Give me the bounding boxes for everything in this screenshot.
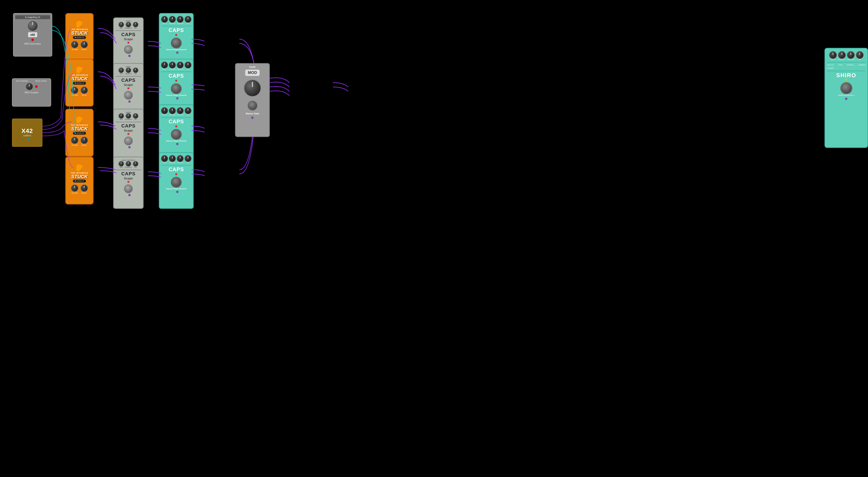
plate4-footswitch[interactable] [171,177,182,188]
stuck2-volume-knob[interactable] [71,87,78,94]
scape2-port-out [128,100,130,103]
plate1-mix-knob[interactable] [185,16,191,23]
plate2-mix-knob[interactable] [185,62,191,68]
scape3-bpm-label: BPM [120,119,123,120]
plate2-lowpass-label: LOWPASS [177,68,183,70]
stuck3-volume-knob[interactable] [71,136,78,144]
plate3-decay-label: DECAY [162,114,167,116]
shiro-brand: SHIRO [836,72,856,79]
shiro-footswitch[interactable] [840,82,852,94]
plate2-decay-knob[interactable] [161,62,168,68]
shiro-decay-label: DECAY [831,59,835,60]
stuck1-decay-knob[interactable] [81,41,88,48]
plate3-mix-knob[interactable] [185,107,191,114]
midi-sustain-knob[interactable] [26,83,33,90]
x42-module: X42 ost8free [12,119,42,147]
plate1-footswitch[interactable] [171,38,182,49]
scape4-footswitch[interactable] [124,185,133,193]
stuck4-decay-knob[interactable] [81,185,88,192]
scape3-footswitch[interactable] [124,136,133,145]
stuck1-volume-wrap: VOLUME [71,41,78,50]
scape4-bpm-label: BPM [120,167,123,168]
shiro-tone-label: TONE [838,64,842,66]
caps-scape-2: Eighths BPM FEEDBACK MIX CAPS Scape [113,63,144,115]
scape3-mix-knob[interactable] [133,113,138,119]
scape4-divider [116,170,141,170]
scape3-mix-label: MIX [134,119,137,120]
stereo-gain-footswitch[interactable] [248,101,257,110]
plate3-damping-label: DAMPING [169,114,175,116]
plate1-damping-knob[interactable] [169,16,176,23]
scape2-mix-knob[interactable] [133,67,138,73]
stuck4-volume-knob[interactable] [71,185,78,192]
scape2-bpm-knob[interactable] [118,67,124,73]
plate1-lowpass-knob[interactable] [177,16,184,23]
midi-generator-title: E-majorKey D [15,15,50,19]
plate1-subtitle: Stereo Plate Reverb [166,49,187,51]
plate1-decay-knob[interactable] [161,16,168,23]
midi-generator-knob[interactable] [27,21,38,31]
stuck3-volume-wrap: VOLUME [71,136,78,146]
stuck1-volume-knob[interactable] [71,41,78,48]
gain-port-6 [251,117,253,119]
plate4-subtitle: Stereo Plate Reverb [166,188,187,190]
scape4-bpm-knob[interactable] [118,161,124,167]
stuck3-stick: STICK IT! [73,132,86,135]
plate3-damping-knob[interactable] [169,107,176,114]
shiro-mix-knob[interactable] [856,51,864,59]
plate4-decay-knob[interactable] [161,155,168,162]
plate4-lowpass-knob[interactable] [177,155,184,162]
stuck2-dot [75,83,76,84]
scape2-feedback-knob[interactable] [126,67,131,73]
stuck3-decay-wrap: DECAY [81,136,88,146]
scape2-brand: CAPS [121,77,135,83]
scape3-divider [116,122,141,122]
scape1-mix-knob[interactable] [133,22,138,27]
stuck2-decay-knob[interactable] [81,87,88,94]
scape4-mix-knob[interactable] [133,161,138,167]
plate4-damping-knob[interactable] [169,155,176,162]
scape2-mix-label: MIX [134,73,137,74]
scape3-port-out [128,146,130,148]
shiro-early-knob[interactable] [847,51,855,59]
plate3-footswitch[interactable] [171,129,182,140]
scape4-brand: CAPS [121,171,135,177]
shiro-decay-knob[interactable] [829,51,837,59]
plate3-decay-knob[interactable] [161,107,168,114]
plate3-mix-label: MIX [187,114,189,116]
scape1-brand: CAPS [121,32,135,37]
caps-scape-4: Eighths FEEDBACK BPM FEEDBACK MIX CAPS S… [113,157,144,209]
plate2-lowpass-knob[interactable] [177,62,184,68]
scape2-feedback-label: FEEDBACK [125,73,132,74]
plate2-damping-knob[interactable] [169,62,176,68]
scape3-subtitle: Scape [124,129,133,132]
shiro-predelay-knob[interactable] [838,51,846,59]
scape2-footswitch[interactable] [124,91,133,100]
stuck3-decay-knob[interactable] [81,136,88,144]
stuck2-name: STUCK [71,76,88,81]
scape1-footswitch[interactable] [124,45,133,54]
stuck1-volume-label: VOLUME [71,49,78,50]
plate3-lowpass-knob[interactable] [177,107,184,114]
plate2-port-out [176,97,179,99]
scape3-feedback-knob[interactable] [126,113,131,119]
plate4-mix-knob[interactable] [185,155,191,162]
stuck4-volume-label: VOLUME [71,192,78,194]
scape1-bpm-knob[interactable] [118,22,124,27]
scape4-feedback-knob[interactable] [126,161,131,167]
plate2-footswitch[interactable] [171,83,182,94]
scape1-feedback-knob[interactable] [126,22,131,27]
stereo-gain-module: GAIN MOD Stereo Gain [235,63,270,137]
plate1-damping-label: DAMPING [169,23,175,24]
scape4-top-label: Eighths FEEDBACK [116,159,141,161]
stuck3-volume-label: VOLUME [71,145,78,146]
midi-generator-module: E-majorKey D x42 MIDI Generator [13,13,52,57]
plate4-decay-label: DECAY [162,162,167,163]
stuck1-decay-wrap: DECAY [81,41,88,50]
plate1-led [175,34,177,36]
plate3-divider [161,117,191,118]
stuck4-name: STUCK [71,174,88,179]
stereo-gain-knob[interactable] [244,80,261,97]
scape3-bpm-knob[interactable] [118,113,124,119]
stuck4-decay-label: DECAY [82,192,87,194]
